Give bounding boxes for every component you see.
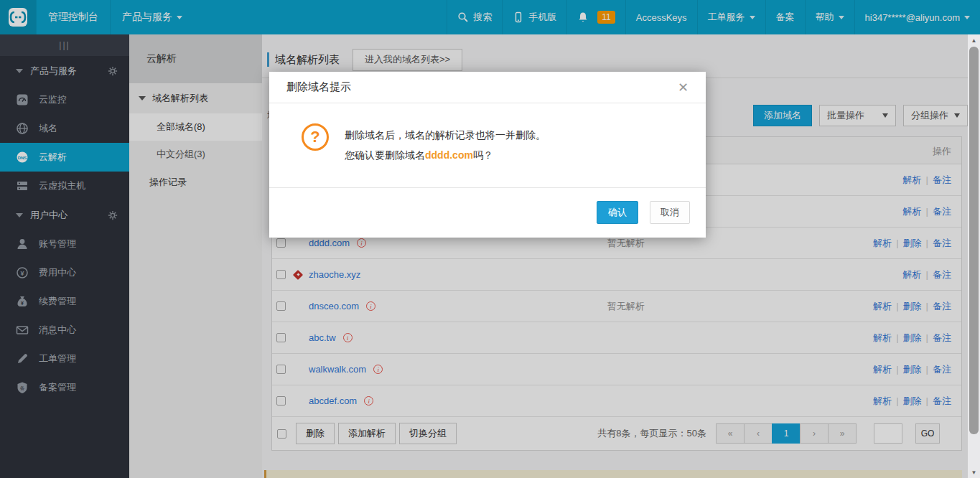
vertical-scrollbar[interactable]: ▲ ▼ [968,34,980,478]
scrollbar-thumb[interactable] [969,47,979,434]
scroll-down-arrow-icon[interactable]: ▼ [968,467,980,478]
modal-message-line1: 删除域名后，域名的解析记录也将一并删除。 [345,125,546,145]
confirm-button[interactable]: 确认 [597,201,638,224]
confirm-domain: dddd.com [425,149,473,161]
question-mark-icon: ? [302,123,329,151]
close-icon[interactable]: ✕ [678,81,689,94]
aliyun-console: 管理控制台 产品与服务 搜索 手机版 [0,0,980,478]
modal-title: 删除域名提示 [286,80,351,94]
delete-domain-modal: 删除域名提示 ✕ ? 删除域名后，域名的解析记录也将一并删除。 您确认要删除域名… [269,72,706,238]
modal-message-line2: 您确认要删除域名dddd.com吗？ [345,145,546,165]
confirm-suffix: 吗？ [473,149,493,161]
modal-message: 删除域名后，域名的解析记录也将一并删除。 您确认要删除域名dddd.com吗？ [345,125,546,165]
scroll-up-arrow-icon[interactable]: ▲ [968,34,980,46]
confirm-prefix: 您确认要删除域名 [345,149,425,161]
cancel-button[interactable]: 取消 [650,201,690,224]
